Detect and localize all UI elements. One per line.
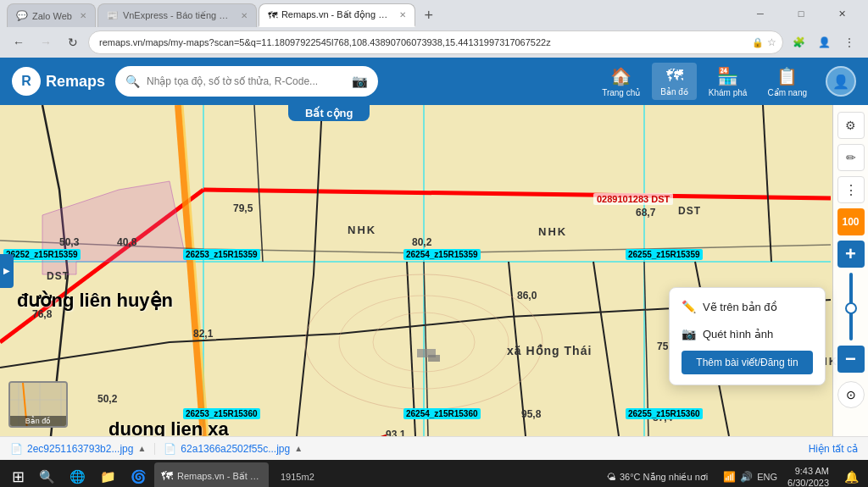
show-all-button[interactable]: Hiện tất cả bbox=[809, 443, 858, 455]
download-chevron-2[interactable]: ▲ bbox=[294, 444, 303, 453]
nav-icons: 🏠 Trang chủ 🗺 Bản đồ 🏪 Khám phá 📋 Cẩm na… bbox=[593, 63, 856, 101]
explore-icon: 🏪 bbox=[717, 66, 738, 86]
more-tool-button[interactable]: ⋮ bbox=[837, 176, 865, 203]
svg-point-13 bbox=[339, 296, 509, 389]
reload-button[interactable]: ↻ bbox=[61, 30, 85, 54]
location-button[interactable]: ⊙ bbox=[837, 381, 865, 408]
search-input[interactable] bbox=[147, 75, 345, 87]
download-item-2[interactable]: 📄 62a1366a2502f55c...jpg ▲ bbox=[164, 443, 303, 455]
filter-tool-button[interactable]: ⚙ bbox=[837, 112, 865, 139]
taskbar-search[interactable]: 🔍 bbox=[32, 462, 61, 487]
draw-label: Vẽ trên bản đồ bbox=[703, 301, 777, 313]
them-bai-viet-button[interactable]: Thêm bài viết/Đăng tin bbox=[682, 351, 813, 374]
close-button[interactable]: ✕ bbox=[822, 2, 861, 25]
clock-widget[interactable]: 9:43 AM 6/30/2023 bbox=[787, 465, 832, 487]
logo-area[interactable]: R Remaps bbox=[12, 67, 105, 96]
start-button[interactable]: ⊞ bbox=[5, 464, 31, 487]
weather-icon: 🌤 bbox=[607, 472, 616, 482]
context-menu: ✏️ Vẽ trên bản đồ 📷 Quét hình ảnh Thêm b… bbox=[669, 287, 826, 385]
context-item-ve-tren-ban-do[interactable]: ✏️ Vẽ trên bản đồ bbox=[670, 293, 825, 320]
profile-button[interactable]: 👤 bbox=[812, 30, 836, 54]
download-icon-2: 📄 bbox=[164, 443, 176, 455]
nhk-label-2: NHK bbox=[538, 225, 567, 238]
map-nav-label: Bản đồ bbox=[660, 87, 688, 97]
map-overlay-svg bbox=[0, 105, 868, 436]
zalo-tab-close[interactable]: ✕ bbox=[80, 11, 86, 20]
remaps-taskbar-icon: 🗺 bbox=[161, 469, 173, 483]
map-right-panel: ⚙ ✏ ⋮ 100 + − ⊙ bbox=[832, 105, 868, 436]
network-icon[interactable]: 📶 bbox=[723, 471, 736, 483]
remaps-tab-close[interactable]: ✕ bbox=[399, 10, 406, 19]
svg-line-6 bbox=[203, 190, 831, 198]
address-input[interactable] bbox=[88, 30, 783, 54]
tab-vnexpress[interactable]: 📰 VnExpress - Báo tiếng Việt nhi... ✕ bbox=[97, 3, 257, 27]
nav-cam-nang[interactable]: 📋 Cẩm nang bbox=[759, 63, 815, 101]
taskbar-explorer[interactable]: 📁 bbox=[93, 462, 122, 487]
taskbar-remaps[interactable]: 🗺 Remaps.vn - Bất đồ... bbox=[154, 462, 269, 487]
duong-lien-huyen-label: đường liên huyện bbox=[17, 290, 173, 312]
minimize-button[interactable]: ─ bbox=[741, 2, 780, 25]
home-icon: 🏠 bbox=[610, 66, 632, 86]
notification-button[interactable]: 🔔 bbox=[839, 465, 863, 487]
mini-map-label: Bản đồ bbox=[10, 416, 66, 426]
download-chevron-1[interactable]: ▲ bbox=[137, 444, 146, 453]
nhk-label-1: NHK bbox=[348, 224, 376, 236]
zoom-plus-button[interactable]: + bbox=[837, 241, 865, 268]
dst-label-1: DST bbox=[678, 205, 701, 217]
zalo-tab-label: Zalo Web bbox=[32, 11, 72, 21]
vnexpress-tab-close[interactable]: ✕ bbox=[241, 11, 248, 20]
extensions-button[interactable]: 🧩 bbox=[787, 30, 810, 54]
camera-icon[interactable]: 📷 bbox=[352, 74, 368, 89]
pencil-tool-button[interactable]: ✏ bbox=[837, 144, 865, 171]
svg-rect-10 bbox=[417, 349, 436, 357]
vnexpress-tab-label: VnExpress - Báo tiếng Việt nhi... bbox=[123, 10, 233, 21]
map-area[interactable]: Bất cộng bbox=[0, 105, 868, 436]
taskbar-size-info: 1915m2 bbox=[281, 472, 314, 482]
nav-ban-do[interactable]: 🗺 Bản đồ bbox=[652, 63, 697, 100]
expand-arrow[interactable]: ▶ bbox=[0, 254, 14, 288]
remaps-tab-label: Remaps.vn - Bất động sản thật bbox=[281, 9, 392, 20]
download-icon-1: 📄 bbox=[10, 443, 23, 455]
search-bar[interactable]: 🔍 📷 bbox=[115, 66, 378, 97]
top-location-label: 0289101283 DST bbox=[593, 193, 673, 205]
mini-map[interactable]: Bản đồ bbox=[8, 381, 68, 428]
time-display: 9:43 AM bbox=[795, 465, 829, 477]
new-tab-button[interactable]: + bbox=[417, 3, 441, 27]
download-name-1: 2ec9251163793b2...jpg bbox=[27, 443, 133, 455]
taskbar-right: 🌤 36°C Nắng nhiều nơi 📶 🔊 ENG 9:43 AM 6/… bbox=[602, 465, 863, 487]
sys-tray-icons: 📶 🔊 ENG bbox=[720, 471, 781, 483]
grid-26253-359: 26253_z15R15359 bbox=[183, 249, 260, 260]
zoom-handle[interactable] bbox=[845, 302, 857, 314]
maximize-button[interactable]: □ bbox=[782, 2, 821, 25]
svg-line-8 bbox=[182, 105, 208, 436]
user-avatar[interactable]: 👤 bbox=[826, 66, 856, 97]
orange-badge: 100 bbox=[837, 208, 865, 235]
weather-widget[interactable]: 🌤 36°C Nắng nhiều nơi bbox=[602, 472, 713, 483]
bat-cong-banner: Bất cộng bbox=[288, 105, 370, 121]
svg-rect-11 bbox=[428, 355, 440, 362]
draw-icon: ✏️ bbox=[682, 300, 696, 313]
nav-kham-pha[interactable]: 🏪 Khám phá bbox=[700, 63, 756, 101]
tab-remaps[interactable]: 🗺 Remaps.vn - Bất động sản thật ✕ bbox=[259, 3, 415, 27]
back-button[interactable]: ← bbox=[7, 30, 31, 54]
star-icon[interactable]: ☆ bbox=[767, 36, 776, 48]
context-item-quet-hinh-anh[interactable]: 📷 Quét hình ảnh bbox=[670, 320, 825, 347]
dst-label-2: DST bbox=[47, 270, 70, 282]
language-indicator[interactable]: ENG bbox=[757, 472, 777, 482]
duong-lien-xa-label: duong lien xa bbox=[108, 418, 229, 436]
elevation-93-1: 93,1 bbox=[386, 429, 405, 436]
map-nav-icon: 🗺 bbox=[666, 66, 683, 86]
taskbar-chrome[interactable]: 🌀 bbox=[124, 462, 153, 487]
download-item-1[interactable]: 📄 2ec9251163793b2...jpg ▲ bbox=[10, 443, 155, 455]
taskbar-edge[interactable]: 🌐 bbox=[63, 462, 92, 487]
settings-button[interactable]: ⋮ bbox=[837, 30, 861, 54]
nav-home[interactable]: 🏠 Trang chủ bbox=[593, 63, 648, 101]
forward-button[interactable]: → bbox=[34, 30, 58, 54]
zoom-slider[interactable] bbox=[849, 273, 853, 340]
zoom-minus-button[interactable]: − bbox=[837, 346, 865, 373]
volume-icon[interactable]: 🔊 bbox=[740, 471, 753, 483]
scan-label: Quét hình ảnh bbox=[703, 328, 773, 340]
address-bar-row: ← → ↻ 🔒 ☆ 🧩 👤 ⋮ bbox=[0, 27, 868, 58]
home-label: Trang chủ bbox=[602, 88, 640, 97]
tab-zalo[interactable]: 💬 Zalo Web ✕ bbox=[7, 3, 96, 27]
